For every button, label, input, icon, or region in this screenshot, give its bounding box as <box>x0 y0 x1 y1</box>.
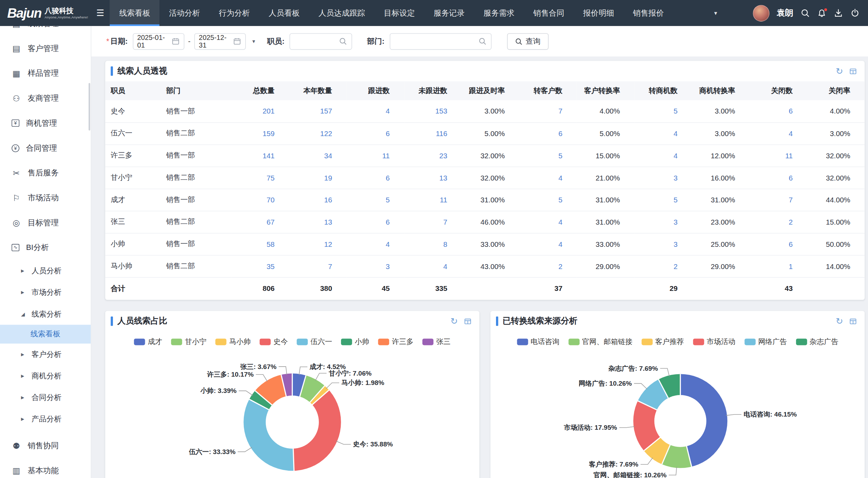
refresh-icon[interactable]: ↻ <box>836 67 843 76</box>
sidebar-item[interactable]: ∿BI分析 <box>0 235 91 260</box>
table-cell-link[interactable]: 67 <box>266 218 274 226</box>
sidebar-scrollbar[interactable] <box>89 83 90 131</box>
table-cell-link[interactable]: 34 <box>324 151 332 160</box>
sidebar-item[interactable]: ⚐市场活动 <box>0 185 91 210</box>
legend-item[interactable]: 马小帅 <box>215 337 251 347</box>
table-cell-link[interactable]: 11 <box>440 195 447 204</box>
legend-item[interactable]: 市场活动 <box>693 337 736 347</box>
sidebar-item[interactable]: ▶市场分析 <box>0 282 91 303</box>
table-cell-link[interactable]: 6 <box>386 218 390 226</box>
table-cell-link[interactable]: 23 <box>439 151 447 160</box>
query-button[interactable]: 查询 <box>507 33 548 50</box>
table-cell-link[interactable]: 4 <box>386 107 390 115</box>
table-cell-link[interactable]: 5 <box>673 107 678 115</box>
sidebar-item[interactable]: ▶人员分析 <box>0 260 91 282</box>
legend-item[interactable]: 甘小宁 <box>171 337 206 347</box>
legend-item[interactable]: 杂志广告 <box>796 337 838 347</box>
table-cell-link[interactable]: 4 <box>559 174 563 182</box>
table-cell-link[interactable]: 4 <box>559 240 563 248</box>
sidebar-item[interactable]: ▶客户分析 <box>0 344 91 365</box>
staff-search-input[interactable] <box>290 33 352 50</box>
table-cell-link[interactable]: 3 <box>673 218 678 226</box>
table-cell-link[interactable]: 141 <box>263 151 275 160</box>
logo[interactable]: Bajun 八骏科技 Anyone,Anytime,Anywhere! <box>0 5 92 21</box>
nav-tab[interactable]: 人员看板 <box>259 0 309 26</box>
legend-item[interactable]: 伍六一 <box>297 337 332 347</box>
hamburger-menu-icon[interactable]: ☰ <box>96 8 104 18</box>
table-cell-link[interactable]: 5 <box>559 151 563 160</box>
table-cell-link[interactable]: 3 <box>386 262 390 270</box>
table-cell-link[interactable]: 116 <box>436 129 447 137</box>
table-cell-link[interactable]: 4 <box>673 129 678 137</box>
table-cell-link[interactable]: 153 <box>435 107 447 115</box>
table-cell-link[interactable]: 19 <box>324 174 332 182</box>
table-cell-link[interactable]: 5 <box>559 195 563 204</box>
table-cell-link[interactable]: 4 <box>789 129 793 137</box>
download-icon[interactable] <box>834 8 843 18</box>
sidebar-item[interactable]: ¥商机管理 <box>0 111 91 136</box>
table-cell-link[interactable]: 11 <box>382 151 390 160</box>
table-cell-link[interactable]: 1 <box>789 262 793 270</box>
refresh-icon[interactable]: ↻ <box>836 317 843 326</box>
search-icon[interactable] <box>801 8 810 18</box>
table-cell-link[interactable]: 201 <box>263 107 275 115</box>
table-cell-link[interactable]: 58 <box>266 240 274 248</box>
table-cell-link[interactable]: 159 <box>263 129 275 137</box>
table-cell-link[interactable]: 12 <box>324 240 332 248</box>
donut-chart[interactable]: 电话咨询: 46.15%官网、邮箱链接: 10.26%客户推荐: 7.69%市场… <box>490 349 865 478</box>
legend-item[interactable]: 史今 <box>259 337 288 347</box>
legend-item[interactable]: 许三多 <box>378 337 414 347</box>
nav-overflow-caret-icon[interactable]: ▼ <box>713 10 718 16</box>
table-cell-link[interactable]: 5 <box>386 195 390 204</box>
table-cell-link[interactable]: 13 <box>439 174 447 182</box>
table-cell-link[interactable]: 16 <box>324 195 332 204</box>
sidebar-item[interactable]: ⚇友商管理 <box>0 86 91 111</box>
sidebar-item[interactable]: ▶合同分析 <box>0 387 91 408</box>
sidebar-item[interactable]: ✂售后服务 <box>0 160 91 185</box>
nav-tab[interactable]: 服务需求 <box>474 0 524 26</box>
sidebar-item[interactable]: ◢线索分析 <box>0 303 91 325</box>
nav-tab[interactable]: 服务记录 <box>424 0 474 26</box>
table-cell-link[interactable]: 122 <box>320 129 332 137</box>
table-cell-link[interactable]: 35 <box>266 262 274 270</box>
sidebar-item[interactable]: ¥合同管理 <box>0 135 91 160</box>
notification-bell-icon[interactable] <box>817 8 826 18</box>
sidebar-item[interactable]: ▤线索管理 <box>0 26 91 36</box>
table-cell-link[interactable]: 2 <box>559 262 563 270</box>
table-cell-link[interactable]: 6 <box>789 174 793 182</box>
table-panel-icon[interactable] <box>464 317 472 325</box>
sidebar-item[interactable]: ▥基本功能 <box>0 458 91 478</box>
table-panel-icon[interactable] <box>849 317 857 325</box>
sidebar-item[interactable]: ⚉销售协同 <box>0 433 91 458</box>
table-cell-link[interactable]: 70 <box>266 195 274 204</box>
donut-chart[interactable]: 成才: 4.52%甘小宁: 7.06%马小帅: 1.98%史今: 35.88%伍… <box>105 349 479 478</box>
refresh-icon[interactable]: ↻ <box>450 317 458 326</box>
table-cell-link[interactable]: 5 <box>673 195 678 204</box>
table-cell-link[interactable]: 4 <box>559 218 563 226</box>
table-cell-link[interactable]: 4 <box>443 262 447 270</box>
legend-item[interactable]: 官网、邮箱链接 <box>568 337 633 347</box>
table-cell-link[interactable]: 6 <box>789 240 793 248</box>
power-icon[interactable] <box>850 8 860 18</box>
table-cell-link[interactable]: 8 <box>443 240 447 248</box>
table-cell-link[interactable]: 6 <box>386 129 390 137</box>
table-cell-link[interactable]: 2 <box>673 262 678 270</box>
table-cell-link[interactable]: 6 <box>789 107 793 115</box>
legend-item[interactable]: 小帅 <box>341 337 369 347</box>
nav-tab[interactable]: 线索看板 <box>110 0 159 26</box>
table-cell-link[interactable]: 3 <box>673 174 678 182</box>
table-cell-link[interactable]: 13 <box>324 218 332 226</box>
legend-item[interactable]: 网络广告 <box>744 337 787 347</box>
nav-tab[interactable]: 人员达成跟踪 <box>309 0 374 26</box>
table-cell-link[interactable]: 7 <box>789 195 793 204</box>
nav-tab[interactable]: 销售合同 <box>524 0 573 26</box>
sidebar-item[interactable]: ▶产品分析 <box>0 408 91 430</box>
sidebar-item[interactable]: ▦样品管理 <box>0 61 91 86</box>
table-cell-link[interactable]: 75 <box>266 174 274 182</box>
table-cell-link[interactable]: 4 <box>386 240 390 248</box>
nav-tab[interactable]: 目标设定 <box>374 0 424 26</box>
date-dropdown-caret-icon[interactable]: ▼ <box>251 39 256 44</box>
nav-tab[interactable]: 行为分析 <box>209 0 259 26</box>
table-cell-link[interactable]: 7 <box>559 107 563 115</box>
sidebar-item[interactable]: ▤客户管理 <box>0 36 91 61</box>
